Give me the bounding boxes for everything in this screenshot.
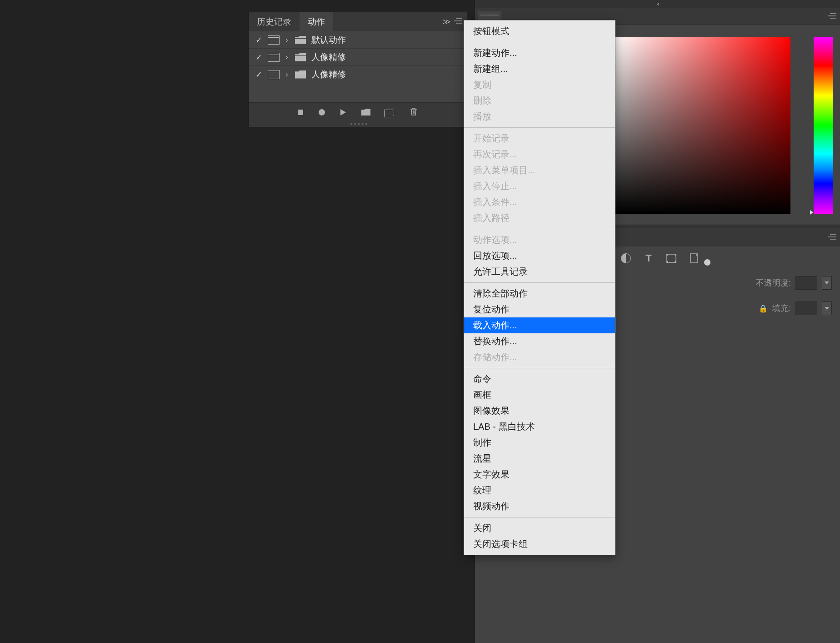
panel-tab-bar: 历史记录 动作 >> [249,12,467,31]
svg-point-12 [666,261,668,263]
folder-icon [295,70,306,79]
menu-item: 播放 [464,109,615,125]
new-set-icon[interactable] [361,109,370,116]
chevron-down-icon [825,307,829,310]
menu-item[interactable]: 制作 [464,435,615,451]
panel-menu-icon[interactable] [828,234,836,242]
menu-item[interactable]: 纹理 [464,482,615,498]
fill-input[interactable] [795,301,817,315]
menu-item: 插入停止... [464,178,615,194]
fill-label: 填充: [772,303,791,314]
expand-arrow-icon[interactable]: › [282,36,291,44]
menu-item[interactable]: 图像效果 [464,403,615,419]
record-icon[interactable] [319,109,325,116]
menu-item[interactable]: 替换动作... [464,333,615,349]
collapse-panel-icon[interactable]: >> [443,17,449,27]
menu-item[interactable]: 流星 [464,451,615,467]
menu-separator [464,229,615,229]
tab-history[interactable]: 历史记录 [249,12,300,31]
folder-icon [295,53,306,61]
action-name-label: 默认动作 [311,34,346,46]
menu-item[interactable]: 文字效果 [464,467,615,482]
menu-item[interactable]: LAB - 黑白技术 [464,419,615,435]
trash-icon[interactable] [410,107,418,118]
menu-item[interactable]: 新建组... [464,61,615,77]
actions-panel: 历史记录 动作 >> ✓ › 默认动作 ✓ › 人像精修 ✓ › [248,12,467,127]
svg-point-11 [675,254,676,256]
toggle-checkmark-icon[interactable]: ✓ [252,35,265,45]
menu-item: 删除 [464,93,615,109]
menu-item[interactable]: 关闭 [464,520,615,536]
menu-item[interactable]: 复位动作 [464,301,615,317]
sidebar-collapse-bar[interactable]: ‹‹ [475,0,840,8]
chevron-left-double-icon: ‹‹ [657,0,658,7]
fill-dropdown-button[interactable] [822,301,832,315]
expand-arrow-icon[interactable]: › [282,53,291,61]
menu-item[interactable]: 按钮模式 [464,23,615,39]
action-row[interactable]: ✓ › 默认动作 [249,31,467,49]
action-name-label: 人像精修 [311,69,346,80]
chevron-down-icon [825,281,829,284]
toggle-checkmark-icon[interactable]: ✓ [252,70,265,80]
actions-toolbar [249,102,467,121]
menu-item: 插入路径 [464,210,615,226]
menu-item: 复制 [464,77,615,93]
actions-panel-context-menu: 按钮模式新建动作...新建组...复制删除播放开始记录再次记录...插入菜单项目… [464,20,615,555]
panel-menu-icon[interactable] [454,18,462,26]
hue-indicator-icon [810,210,813,215]
new-action-icon[interactable] [386,109,394,116]
menu-item: 插入菜单项目... [464,162,615,178]
menu-item[interactable]: 载入动作... [464,317,615,333]
svg-point-13 [675,261,676,263]
menu-item: 开始记录 [464,131,615,146]
menu-item[interactable]: 关闭选项卡组 [464,536,615,552]
opacity-input[interactable] [795,276,817,290]
adjustment-filter-icon[interactable] [620,253,631,264]
smartobject-filter-icon[interactable] [689,253,700,264]
dialog-toggle-icon[interactable] [268,53,280,62]
menu-item: 存储动作... [464,349,615,365]
menu-separator [464,42,615,42]
menu-item: 再次记录... [464,146,615,162]
menu-item[interactable]: 视频动作 [464,498,615,514]
svg-rect-9 [667,254,676,262]
dialog-toggle-icon[interactable] [268,70,280,79]
shape-filter-icon[interactable] [666,253,677,264]
opacity-label: 不透明度: [756,277,791,288]
action-row[interactable]: ✓ › 人像精修 [249,66,467,83]
menu-item[interactable]: 清除全部动作 [464,286,615,301]
menu-separator [464,282,615,283]
menu-item[interactable]: 回放选项... [464,248,615,264]
expand-arrow-icon[interactable]: › [282,70,291,79]
menu-item: 插入条件... [464,194,615,210]
opacity-dropdown-button[interactable] [822,276,832,290]
panel-resize-handle[interactable] [249,121,467,127]
folder-icon [295,36,306,44]
menu-item: 动作选项... [464,232,615,248]
menu-item[interactable]: 命令 [464,371,615,387]
play-icon[interactable] [340,109,346,116]
toggle-checkmark-icon[interactable]: ✓ [252,52,265,62]
stop-icon[interactable] [298,110,303,115]
hue-slider[interactable] [814,37,833,214]
lock-icon[interactable]: 🔒 [759,304,768,313]
menu-item[interactable]: 允许工具记录 [464,264,615,280]
menu-separator [464,517,615,517]
actions-list: ✓ › 默认动作 ✓ › 人像精修 ✓ › 人像精修 [249,31,467,102]
dialog-toggle-icon[interactable] [268,35,280,45]
menu-item[interactable]: 新建动作... [464,45,615,61]
svg-point-10 [666,254,668,256]
menu-separator [464,368,615,368]
menu-item[interactable]: 画框 [464,387,615,403]
menu-separator [464,127,615,128]
action-name-label: 人像精修 [311,51,346,63]
action-row[interactable]: ✓ › 人像精修 [249,49,467,66]
panel-menu-icon[interactable] [828,13,836,21]
tab-actions[interactable]: 动作 [300,12,333,31]
color-saturation-field[interactable] [613,37,790,214]
type-filter-icon[interactable]: T [643,253,654,264]
